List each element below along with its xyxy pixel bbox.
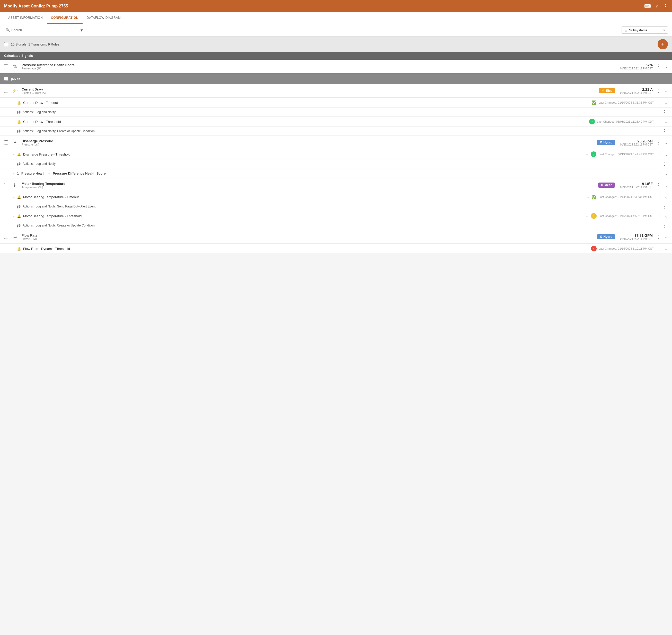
signal-more-flow[interactable]: ⋮: [656, 234, 661, 240]
action-more-threshold[interactable]: ⋮: [662, 128, 667, 134]
alert-icon-threshold: 🔔: [17, 120, 21, 124]
rule-chevron-timeout[interactable]: ⌄: [665, 100, 668, 105]
sigma-icon: Σ: [17, 171, 19, 175]
badge-mech-motor: ⚙ Mech: [598, 182, 615, 188]
action-more-discharge-threshold[interactable]: ⋮: [662, 161, 667, 167]
action-row-motor-timeout: 📢 Actions: Log and Notify, Send PagerDut…: [0, 202, 672, 211]
rule-time-motor-timeout: Last Changed: 01/14/2024 6:30:34 PM CST: [599, 195, 654, 198]
flow-icon: ⇌: [11, 233, 19, 241]
section-calculated-signals: Calculated Signals: [0, 52, 672, 60]
signal-more-current-draw[interactable]: ⋮: [656, 88, 661, 93]
alert-icon-timeout: 🔔: [17, 101, 21, 105]
arrow-icon: →: [585, 152, 589, 156]
status-motor-timeout: ✅: [591, 195, 596, 199]
arrow-icon: →: [584, 120, 587, 124]
more-vertical-icon[interactable]: ⋮: [663, 3, 668, 9]
rule-more-threshold[interactable]: ⋮: [657, 119, 662, 125]
rule-more-discharge-threshold[interactable]: ⋮: [657, 151, 662, 157]
signal-value-flow: 37.81 GPM 01/15/2024 5:22:11 PM CST: [620, 234, 653, 240]
rule-row-current-draw-timeout: ↳ 🔔 Current Draw - Timeout → ✅ Last Chan…: [0, 98, 672, 108]
signal-info-current-draw: Current Draw Electric Current (A): [22, 87, 596, 94]
arrow-icon: →: [586, 195, 589, 199]
rule-chevron-flow-dynamic[interactable]: ⌄: [665, 246, 668, 251]
action-label-discharge-threshold: Log and Notify: [36, 162, 56, 166]
signal-more-discharge[interactable]: ⋮: [656, 139, 661, 145]
bulk-checkbox[interactable]: [4, 42, 8, 46]
megaphone-icon-motor-threshold: 📢: [17, 224, 21, 227]
search-input[interactable]: [11, 28, 75, 32]
rule-name-motor-threshold: Motor Bearing Temperature - Threshold: [23, 214, 584, 218]
signal-checkbox-discharge[interactable]: [4, 140, 8, 145]
group-more-p2755[interactable]: ⋮: [662, 76, 667, 82]
rule-time-timeout: Last Changed: 01/10/2024 6:36:36 PM CST: [599, 101, 654, 104]
rule-time-flow-dynamic: Last Changed: 01/15/2024 5:19:11 PM CST: [599, 247, 654, 250]
signal-value-motor: 91.8°F 01/15/2024 5:22:11 PM CST: [620, 182, 653, 189]
rule-row-current-draw-threshold: ↳ 🔔 Current Draw - Threshold → ↑ Last Ch…: [0, 117, 672, 127]
signal-name-motor: Motor Bearing Temperature: [22, 182, 595, 185]
pressure-health-link[interactable]: Pressure Difference Health Score: [53, 172, 106, 175]
signal-name-discharge: Discharge Pressure: [22, 139, 594, 143]
alert-icon-motor-timeout: 🔔: [17, 195, 21, 199]
rule-chevron-threshold[interactable]: ⌄: [665, 119, 668, 124]
rule-row-flow-dynamic: ↳ 🔔 Flow Rate - Dynamic Threshold → ↑ La…: [0, 244, 672, 254]
action-row-motor-threshold: 📢 Actions: Log and Notify, Create or Upd…: [0, 221, 672, 230]
signal-sub-motor: Temperature (°F): [22, 185, 595, 189]
alert-icon-discharge: 🔔: [17, 152, 21, 156]
group-checkbox-p2755[interactable]: [4, 76, 8, 81]
search-input-wrap[interactable]: 🔍: [4, 27, 76, 33]
search-bar: 🔍 ▼ ⊞ Subsystems ▾: [0, 24, 672, 37]
badge-hydro-discharge: ⚙ Hydro: [597, 140, 615, 145]
star-icon[interactable]: ☆: [655, 3, 659, 9]
page-title: Modify Asset Config: Pump 2755: [4, 4, 68, 8]
action-more-motor-threshold[interactable]: ⋮: [662, 223, 667, 228]
group-header-p2755: p2755 ⋮: [0, 73, 672, 84]
subsystems-dropdown[interactable]: ⊞ Subsystems ▾: [622, 26, 668, 34]
elec-badge-icon: ⚡: [601, 89, 605, 92]
rule-more-motor-threshold[interactable]: ⋮: [657, 213, 662, 219]
signal-more-pressure-diff[interactable]: ⋮: [656, 64, 661, 69]
rule-row-motor-timeout: ↳ 🔔 Motor Bearing Temperature - Timeout …: [0, 192, 672, 202]
header-actions: ⌨ ☆ ⋮: [644, 3, 668, 9]
rule-more-flow-dynamic[interactable]: ⋮: [657, 246, 662, 251]
title-prefix: Modify Asset Config:: [4, 4, 46, 8]
signal-chevron-flow[interactable]: ⌄: [665, 235, 668, 239]
tab-configuration[interactable]: CONFIGURATION: [47, 12, 83, 24]
rule-chevron-motor-timeout[interactable]: ⌄: [665, 195, 668, 199]
action-more-motor-timeout[interactable]: ⋮: [662, 204, 667, 209]
signal-chevron-discharge[interactable]: ⌄: [665, 140, 668, 145]
add-signal-button[interactable]: +: [657, 39, 668, 49]
action-more-timeout[interactable]: ⋮: [662, 109, 667, 115]
thermometer-icon: 🌡: [11, 181, 19, 189]
rule-row-motor-threshold: ↳ 🔔 Motor Bearing Temperature - Threshol…: [0, 211, 672, 221]
subsystems-label: ⊞ Subsystems: [624, 28, 647, 32]
signal-chevron-current-draw[interactable]: ⌄: [665, 88, 668, 93]
rule-name-motor-timeout: Motor Bearing Temperature - Timeout: [23, 195, 584, 199]
arrow-icon: →: [586, 101, 589, 105]
arrow-icon: →: [586, 214, 589, 218]
rule-chevron-discharge-threshold[interactable]: ⌄: [665, 152, 668, 157]
rule-chevron-motor-threshold[interactable]: ⌄: [665, 214, 668, 219]
signal-checkbox-current-draw[interactable]: [4, 89, 8, 93]
signal-more-motor[interactable]: ⋮: [656, 182, 661, 188]
tab-dataflow-diagram[interactable]: DATAFLOW DIAGRAM: [83, 12, 125, 24]
arrow-icon: →: [586, 247, 589, 251]
signal-checkbox-flow[interactable]: [4, 235, 8, 239]
rule-more-pressure-health[interactable]: ⋮: [657, 171, 662, 176]
signal-checkbox-pressure-diff[interactable]: [4, 64, 8, 68]
signal-checkbox-motor[interactable]: [4, 183, 8, 187]
rule-chevron-pressure-health[interactable]: ⌄: [665, 171, 668, 176]
rule-more-motor-timeout[interactable]: ⋮: [657, 194, 662, 200]
rule-more-timeout[interactable]: ⋮: [657, 100, 662, 105]
tab-asset-information[interactable]: ASSET INFORMATION: [4, 12, 47, 24]
signal-chevron-motor[interactable]: ⌄: [665, 183, 668, 188]
action-label-motor-timeout: Log and Notify, Send PagerDuty Alert Eve…: [36, 205, 96, 208]
signal-value-discharge: 25.28 psi 01/15/2024 5:22:11 PM CST: [620, 139, 653, 146]
filter-icon[interactable]: ▼: [80, 28, 84, 32]
signal-chevron-pressure-diff[interactable]: ⌄: [665, 64, 668, 69]
rule-row-discharge-threshold: ↳ 🔔 Discharge Pressure - Threshold → ↑ L…: [0, 149, 672, 159]
rule-name-flow-dynamic: Flow Rate - Dynamic Threshold: [23, 247, 584, 251]
signal-info-pressure-diff: Pressure Difference Health Score Percent…: [22, 63, 617, 70]
signal-info-discharge: Discharge Pressure Pressure (psi): [22, 139, 594, 146]
keyboard-icon[interactable]: ⌨: [644, 3, 651, 9]
hydro-flow-icon: ⚙: [600, 235, 603, 239]
